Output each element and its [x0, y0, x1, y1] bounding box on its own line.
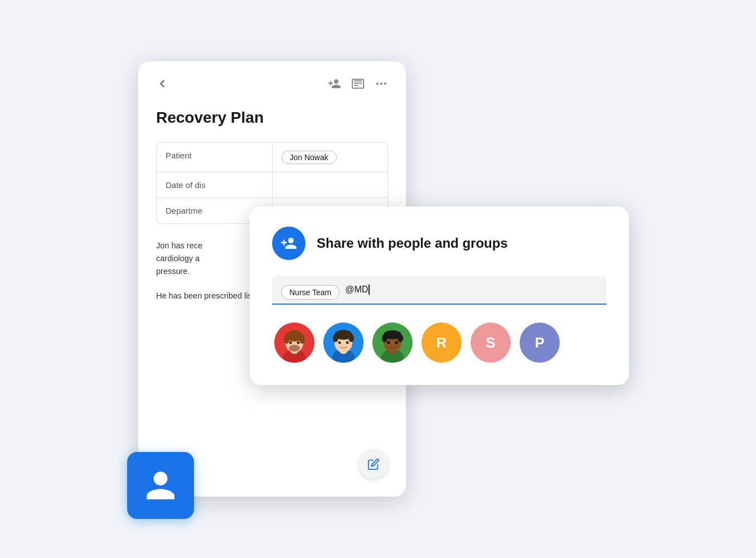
- card-header: [156, 77, 388, 93]
- share-input-area[interactable]: Nurse Team @MD: [272, 276, 607, 305]
- edit-fab-button[interactable]: [359, 450, 388, 479]
- more-icon[interactable]: [375, 77, 388, 93]
- avatar-initial-s: S: [486, 334, 495, 352]
- share-icon-circle: [272, 227, 306, 260]
- label-patient: Patient: [157, 143, 273, 172]
- svg-point-28: [398, 334, 403, 342]
- avatar-initial-r: R: [437, 334, 447, 352]
- svg-point-30: [395, 341, 398, 344]
- share-header: Share with people and groups: [272, 227, 607, 260]
- add-person-icon[interactable]: [328, 77, 341, 93]
- avatar-person-s[interactable]: S: [471, 323, 511, 363]
- svg-point-9: [299, 335, 305, 344]
- patient-chip: Jon Nowak: [282, 151, 337, 164]
- avatar-person-3[interactable]: [372, 323, 413, 363]
- value-date: [273, 172, 388, 198]
- table-row: Patient Jon Nowak: [157, 143, 387, 172]
- svg-point-29: [387, 341, 390, 344]
- avatar-person-p[interactable]: P: [520, 323, 560, 363]
- text-cursor: [369, 285, 370, 295]
- notes-icon[interactable]: [351, 77, 365, 93]
- svg-point-2: [384, 83, 386, 85]
- svg-point-10: [289, 341, 292, 344]
- avatars-row: R S P: [272, 323, 607, 363]
- back-button[interactable]: [156, 78, 168, 93]
- value-patient: Jon Nowak: [273, 143, 388, 172]
- avatar-person-2[interactable]: [323, 323, 364, 363]
- label-date: Date of dis: [157, 172, 273, 198]
- table-row: Date of dis: [157, 172, 387, 198]
- share-input-text[interactable]: @MD: [345, 285, 598, 301]
- svg-point-11: [297, 341, 300, 344]
- svg-point-21: [346, 341, 349, 344]
- nurse-team-chip[interactable]: Nurse Team: [281, 285, 340, 300]
- share-dialog: Share with people and groups Nurse Team …: [250, 206, 629, 385]
- svg-point-27: [382, 334, 387, 342]
- avatar-person-1[interactable]: [274, 323, 314, 363]
- add-person-share-icon: [280, 235, 297, 252]
- header-actions: [328, 77, 388, 93]
- avatar-initial-p: P: [535, 334, 544, 352]
- profile-card: [127, 452, 194, 519]
- avatar-person-r[interactable]: R: [421, 323, 462, 363]
- svg-point-0: [376, 83, 379, 85]
- svg-point-20: [338, 341, 341, 344]
- svg-point-19: [348, 334, 354, 342]
- svg-point-8: [284, 335, 289, 344]
- page-title: Recovery Plan: [156, 109, 388, 127]
- svg-point-1: [380, 83, 382, 85]
- share-title: Share with people and groups: [317, 235, 508, 251]
- svg-point-18: [333, 334, 338, 342]
- typed-text: @MD: [345, 285, 368, 294]
- person-icon: [143, 468, 178, 503]
